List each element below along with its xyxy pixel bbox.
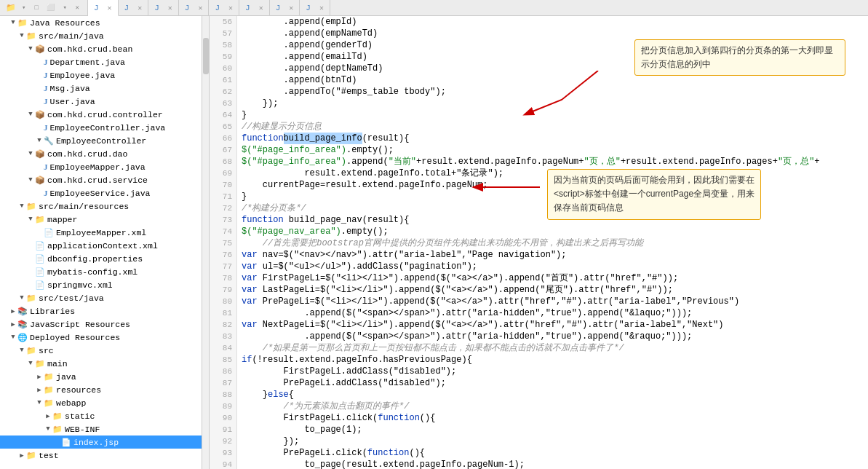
tab-employee-cont[interactable]: J ✕	[119, 0, 149, 15]
code-content[interactable]: .append(empId) .append(empNameTd) .appen…	[237, 16, 868, 469]
line-number-91: 91	[210, 424, 236, 436]
tree-item-3[interactable]: ▼📦com.hkd.crud.bean	[0, 42, 202, 55]
tree-toggle[interactable]: ▼	[26, 150, 35, 157]
tree-item-15[interactable]: ▼📁src/main/resources	[0, 200, 202, 213]
tree-container[interactable]: ▼📁Java Resources▼📁src/main/java▼📦com.hkd…	[0, 16, 202, 469]
tree-item-13[interactable]: ▼📦com.hkd.crud.service	[0, 173, 202, 186]
tab-close-emp-serv[interactable]: ✕	[319, 4, 324, 12]
tree-toggle[interactable]: ▶	[9, 320, 17, 328]
tree-item-label: test	[39, 451, 59, 460]
tree-toggle[interactable]: ▼	[17, 202, 26, 210]
tree-item-label: dbconfig.properties	[47, 254, 143, 264]
tab-close-user[interactable]: ✕	[259, 4, 263, 12]
tree-item-29[interactable]: ▶📁resources	[0, 383, 202, 396]
tree-toggle[interactable]: ▼	[17, 32, 26, 39]
tree-item-8[interactable]: ▼📦com.hkd.crud.controller	[0, 108, 202, 121]
tab-msg-java[interactable]: J ✕	[209, 0, 239, 15]
tree-item-24[interactable]: ▶📚JavaScript Resources	[0, 318, 202, 331]
tree-item-1[interactable]: ▼📁Java Resources	[0, 16, 202, 29]
tab-employee-serv[interactable]: J ✕	[300, 0, 330, 15]
tree-toggle[interactable]: ▼	[26, 45, 35, 52]
tree-item-25[interactable]: ▼🌐Deployed Resources	[0, 331, 202, 344]
tree-item-2[interactable]: ▼📁src/main/java	[0, 29, 202, 42]
tree-item-32[interactable]: ▼📁WEB-INF	[0, 422, 202, 436]
code-line-88: }else{	[242, 389, 868, 401]
tree-toggle[interactable]: ▶	[9, 307, 17, 315]
tree-item-33[interactable]: 📄index.jsp	[0, 436, 202, 449]
tree-item-27[interactable]: ▼📁main	[0, 357, 202, 370]
tree-item-icon: 📁	[52, 425, 63, 434]
tab-employee-mapp[interactable]: J ✕	[270, 0, 300, 15]
tab-department-java[interactable]: J ✕	[148, 0, 179, 15]
tab-bar: 📁 ▾ □ ⬜ ▾ ✕ J ✕ J ✕ J ✕ J ✕ J ✕ J ✕ J ✕ …	[0, 0, 868, 16]
tree-toggle[interactable]: ▼	[9, 19, 17, 26]
tree-toggle[interactable]: ▼	[9, 334, 17, 341]
tree-toggle[interactable]: ▼	[26, 176, 35, 184]
tree-toggle[interactable]: ▶	[35, 386, 44, 394]
tree-item-4[interactable]: JDepartment.java	[0, 55, 202, 68]
tab-close-employee[interactable]: ✕	[198, 4, 202, 12]
tree-item-icon: 📁	[52, 411, 63, 421]
line-number-93: 93	[210, 447, 236, 459]
code-line-81: .append($("<span></span>").attr("aria-hi…	[242, 307, 868, 319]
tree-item-20[interactable]: 📄mybatis-config.xml	[0, 265, 202, 278]
code-line-71: }	[242, 191, 868, 202]
tree-toggle[interactable]: ▶	[35, 373, 44, 381]
tree-item-31[interactable]: ▶📁static	[0, 409, 202, 422]
tree-item-6[interactable]: JMsg.java	[0, 82, 202, 95]
code-area: 5657585960616263646566676869707172737475…	[210, 16, 868, 469]
tree-item-7[interactable]: JUser.java	[0, 95, 202, 108]
tree-item-icon: 📦	[35, 110, 45, 119]
tree-item-21[interactable]: 📄springmvc.xml	[0, 278, 202, 291]
tree-item-18[interactable]: 📄applicationContext.xml	[0, 239, 202, 252]
tree-toggle[interactable]: ▼	[26, 111, 35, 118]
tree-toggle[interactable]: ▼	[26, 360, 35, 367]
tree-item-5[interactable]: JEmployee.java	[0, 68, 202, 82]
tab-close-emp-mapp[interactable]: ✕	[289, 4, 293, 12]
code-line-56: .append(empId)	[242, 16, 868, 28]
line-number-63: 63	[210, 98, 236, 109]
tab-close-index-jsp[interactable]: ✕	[107, 4, 111, 12]
tree-item-17[interactable]: 📄EmployeeMapper.xml	[0, 226, 202, 239]
tree-toggle[interactable]: ▼	[17, 347, 26, 354]
tree-item-28[interactable]: ▶📁java	[0, 370, 202, 383]
tree-toggle[interactable]: ▶	[44, 412, 52, 420]
tab-close-msg[interactable]: ✕	[228, 4, 233, 12]
tree-item-label: EmployeeController	[56, 136, 146, 146]
tree-item-23[interactable]: ▶📚Libraries	[0, 304, 202, 318]
tree-toggle[interactable]: ▶	[17, 452, 26, 460]
tree-item-22[interactable]: ▼📁src/test/java	[0, 291, 202, 304]
tab-close-dept[interactable]: ✕	[168, 4, 172, 12]
tab-project-explorer[interactable]: 📁 ▾ □ ⬜ ▾ ✕	[0, 0, 88, 15]
line-number-59: 59	[210, 51, 236, 63]
tab-close-emp-cont[interactable]: ✕	[138, 4, 142, 12]
code-panel: 5657585960616263646566676869707172737475…	[210, 16, 868, 469]
tab-user-java[interactable]: J ✕	[239, 0, 270, 15]
line-number-92: 92	[210, 436, 236, 447]
tree-item-14[interactable]: JEmployeeService.java	[0, 186, 202, 200]
tree-item-9[interactable]: JEmployeeController.java	[0, 121, 202, 134]
tree-item-16[interactable]: ▼📁mapper	[0, 213, 202, 226]
tree-item-19[interactable]: 📄dbconfig.properties	[0, 252, 202, 265]
tree-toggle[interactable]: ▼	[35, 399, 44, 406]
line-number-85: 85	[210, 354, 236, 366]
tree-toggle[interactable]: ▼	[17, 294, 26, 302]
code-line-58: .append(genderTd)	[242, 39, 868, 51]
tab-index-jsp[interactable]: J ✕	[88, 0, 119, 16]
tree-item-26[interactable]: ▼📁src	[0, 344, 202, 357]
tree-toggle[interactable]: ▼	[35, 137, 44, 144]
tree-item-11[interactable]: ▼📦com.hkd.crud.dao	[0, 147, 202, 160]
tree-item-label: Java Resources	[30, 18, 100, 28]
tree-item-label: mybatis-config.xml	[47, 267, 138, 277]
tree-toggle[interactable]: ▼	[26, 216, 35, 223]
code-line-83: .append($("<span></span>").attr("aria-hi…	[242, 331, 868, 342]
tree-item-34[interactable]: ▶📁test	[0, 449, 202, 462]
tree-item-icon: 📁	[35, 215, 45, 224]
tab-employee-java[interactable]: J ✕	[179, 0, 210, 15]
tree-item-12[interactable]: JEmployeeMapper.java	[0, 160, 202, 173]
tree-toggle[interactable]: ▼	[44, 425, 52, 433]
tree-item-icon: J	[44, 97, 48, 106]
tree-item-10[interactable]: ▼🔧EmployeeController	[0, 134, 202, 147]
jsp-icon: J	[94, 4, 99, 12]
tree-item-30[interactable]: ▼📁webapp	[0, 396, 202, 409]
